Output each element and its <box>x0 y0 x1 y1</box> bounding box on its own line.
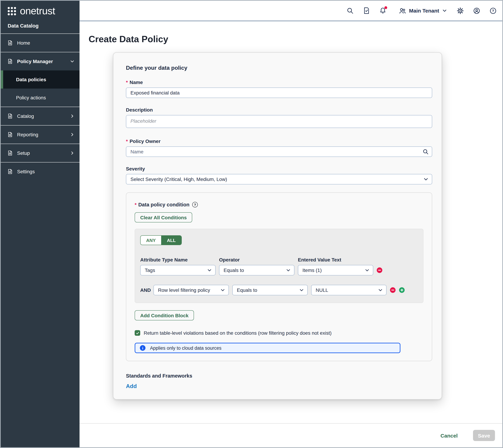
info-banner: i Applies only to cloud data sources <box>135 343 401 353</box>
sidebar-item-policy-manager[interactable]: Policy Manager <box>1 52 80 70</box>
sidebar-item-settings[interactable]: Settings <box>1 162 80 181</box>
gear-icon[interactable] <box>457 7 464 14</box>
checkbox-label: Return table-level violations based on t… <box>144 330 332 336</box>
description-label: Description <box>126 107 432 112</box>
section-title: Define your data policy <box>126 65 432 71</box>
name-label-text: Name <box>130 80 143 85</box>
cancel-button[interactable]: Cancel <box>438 432 460 439</box>
sidebar-item-reporting[interactable]: Reporting <box>1 126 80 144</box>
condition-row: Tags Equals to <box>140 265 418 275</box>
condition-label-text: Data policy condition <box>138 202 189 208</box>
sidebar-nav: Home Policy Manager Data policies Policy… <box>1 34 80 181</box>
sidebar-item-label: Settings <box>17 169 75 174</box>
required-asterisk: * <box>135 202 136 207</box>
tenant-selector[interactable]: Main Tenant <box>399 7 447 15</box>
name-input[interactable] <box>126 88 432 98</box>
toggle-any[interactable]: ANY <box>141 236 161 245</box>
standards-add-link[interactable]: Add <box>126 383 137 389</box>
operator-value: Equals to <box>237 287 257 293</box>
condition-row: AND Row level filtering policy Equals to <box>140 285 418 295</box>
document-icon <box>7 113 13 119</box>
column-attribute-type-name: Attribute Type Name <box>140 257 216 263</box>
sidebar-item-label: Data policies <box>16 77 75 82</box>
save-button[interactable]: Save <box>473 430 495 441</box>
condition-group: ANY ALL Attribute Type Name Operator Ent… <box>135 229 423 303</box>
remove-condition-icon[interactable] <box>377 267 382 273</box>
onetrust-logo: onetrust <box>20 6 55 16</box>
topbar: Main Tenant ? <box>80 1 502 21</box>
operator-select[interactable]: Equals to <box>232 285 308 295</box>
value-select[interactable]: NULL <box>311 285 386 295</box>
clear-all-conditions-button[interactable]: Clear All Conditions <box>135 212 192 223</box>
chevron-down-icon <box>423 176 429 182</box>
remove-condition-icon[interactable] <box>390 287 396 293</box>
users-icon <box>399 7 406 15</box>
value-select[interactable]: Items (1) <box>298 265 373 275</box>
sidebar-item-home[interactable]: Home <box>1 34 80 52</box>
chevron-down-icon <box>70 59 75 64</box>
search-icon[interactable] <box>422 148 429 155</box>
operator-select[interactable]: Equals to <box>219 265 294 275</box>
add-condition-block-button[interactable]: Add Condition Block <box>135 310 194 320</box>
sidebar-item-label: Catalog <box>17 113 66 119</box>
severity-label: Severity <box>126 166 432 172</box>
app-switcher-icon[interactable] <box>8 7 16 15</box>
sidebar-item-policy-actions[interactable]: Policy actions <box>1 89 80 107</box>
sidebar-item-setup[interactable]: Setup <box>1 144 80 162</box>
condition-label: * Data policy condition <box>135 202 189 208</box>
bell-icon[interactable] <box>379 7 386 14</box>
search-icon[interactable] <box>346 7 353 14</box>
policy-owner-label-text: Policy Owner <box>130 138 160 144</box>
operator-value: Equals to <box>224 267 244 273</box>
attribute-select[interactable]: Row level filtering policy <box>153 285 229 295</box>
chevron-down-icon <box>442 8 447 13</box>
any-all-toggle: ANY ALL <box>140 235 182 245</box>
description-input[interactable] <box>126 115 432 128</box>
condition-section: * Data policy condition ? Clear All Cond… <box>126 192 432 361</box>
description-field: Description <box>126 107 432 129</box>
document-icon <box>7 59 13 64</box>
standards-section: Standards and Frameworks Add <box>126 373 432 389</box>
sidebar-item-label: Reporting <box>17 132 66 137</box>
policy-owner-input[interactable] <box>126 146 432 157</box>
chevron-right-icon <box>70 151 75 156</box>
help-icon[interactable]: ? <box>489 7 497 14</box>
policy-owner-label: * Policy Owner <box>126 138 432 144</box>
info-banner-text: Applies only to cloud data sources <box>150 345 221 351</box>
severity-field: Severity Select Severity (Critical, High… <box>126 166 432 184</box>
chevron-down-icon <box>378 288 383 293</box>
condition-column-headers: Attribute Type Name Operator Entered Val… <box>140 257 418 263</box>
attribute-select[interactable]: Tags <box>140 265 216 275</box>
account-icon[interactable] <box>473 7 480 14</box>
severity-value: Select Severity (Critical, High, Medium,… <box>131 176 227 182</box>
notification-dot <box>384 6 387 9</box>
chevron-down-icon <box>365 268 370 273</box>
add-condition-icon[interactable] <box>399 287 405 293</box>
product-name: Data Catalog <box>1 19 80 33</box>
sidebar-item-data-policies[interactable]: Data policies <box>1 70 80 89</box>
document-icon <box>7 132 13 137</box>
condition-label-row: * Data policy condition ? <box>135 202 423 208</box>
document-check-icon[interactable] <box>363 7 370 14</box>
severity-select[interactable]: Select Severity (Critical, High, Medium,… <box>126 174 432 184</box>
sidebar-item-label: Home <box>17 40 75 46</box>
document-icon <box>7 169 13 174</box>
checkbox-checked-icon[interactable] <box>135 330 140 336</box>
toggle-all[interactable]: ALL <box>161 236 181 245</box>
policy-owner-field: * Policy Owner <box>126 138 432 157</box>
document-icon <box>7 40 13 46</box>
help-icon[interactable]: ? <box>192 202 198 208</box>
chevron-down-icon <box>286 268 291 273</box>
footer-bar: Cancel Save <box>80 423 502 447</box>
sidebar-item-catalog[interactable]: Catalog <box>1 107 80 125</box>
value-value: Items (1) <box>302 267 322 273</box>
sidebar-item-label: Policy Manager <box>17 59 66 64</box>
table-level-violations-checkbox-row[interactable]: Return table-level violations based on t… <box>135 330 423 336</box>
logo-row: onetrust <box>1 1 80 19</box>
page-content: Create Data Policy Define your data poli… <box>80 21 502 423</box>
chevron-down-icon <box>299 288 304 293</box>
chevron-down-icon <box>220 288 225 293</box>
attribute-value: Row level filtering policy <box>158 287 210 293</box>
sidebar-item-label: Policy actions <box>16 95 75 100</box>
sidebar-item-label: Setup <box>17 150 66 156</box>
